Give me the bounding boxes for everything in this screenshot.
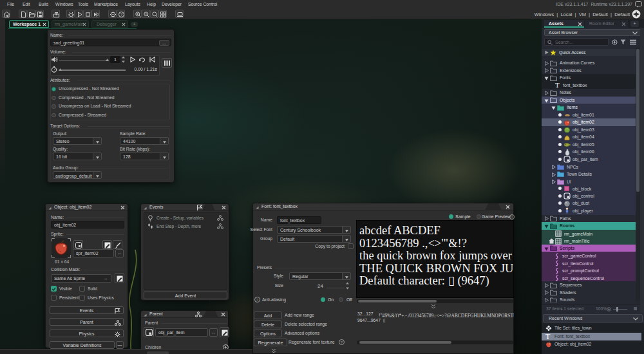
svg-text:?: ? <box>341 340 343 344</box>
svg-text:?: ? <box>511 215 513 219</box>
svg-text:?: ? <box>120 12 123 17</box>
svg-text:?: ? <box>256 298 259 302</box>
